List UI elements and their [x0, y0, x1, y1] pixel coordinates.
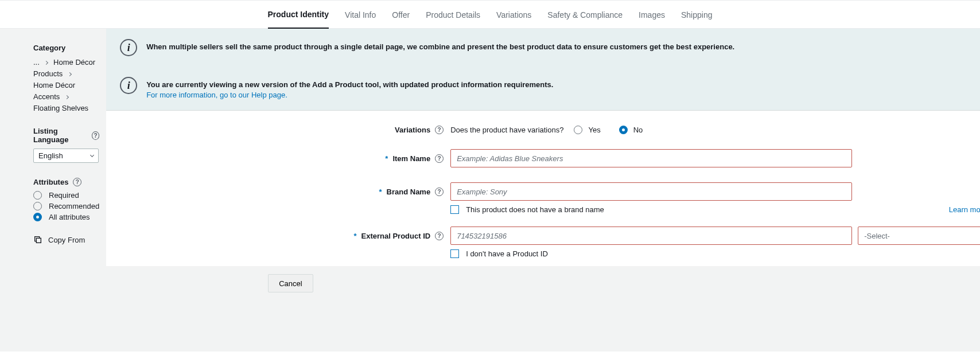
no-product-id-checkbox[interactable] — [450, 249, 459, 258]
info-icon: i — [120, 77, 137, 94]
help-icon[interactable]: ? — [435, 232, 444, 240]
tab-safety-compliance[interactable]: Safety & Compliance — [547, 1, 623, 29]
tab-variations[interactable]: Variations — [496, 1, 531, 29]
tab-images[interactable]: Images — [639, 1, 665, 29]
help-icon[interactable]: ? — [435, 188, 444, 196]
variations-yes-label: Yes — [588, 126, 600, 134]
brand-name-label: Brand Name — [387, 188, 431, 196]
tab-offer[interactable]: Offer — [392, 1, 410, 29]
help-icon[interactable]: ? — [73, 178, 81, 186]
help-icon[interactable]: ? — [435, 126, 444, 134]
listing-language-value: English — [38, 151, 63, 160]
copy-from-label: Copy From — [48, 236, 85, 244]
radio-icon — [574, 126, 582, 134]
help-icon[interactable]: ? — [435, 154, 444, 163]
variations-label: Variations — [395, 126, 430, 134]
brand-policy-link[interactable]: Learn more about brand name policy — [949, 205, 980, 214]
chevron-right-icon — [65, 95, 69, 99]
radio-checked-icon — [619, 126, 628, 134]
chevron-right-icon — [68, 72, 72, 76]
tabs-bar: Product Identity Vital Info Offer Produc… — [0, 0, 980, 29]
chevron-down-icon — [90, 153, 94, 157]
category-heading: Category — [33, 44, 99, 52]
breadcrumb: ... Home Décor Products Home Décor Accen… — [33, 57, 99, 114]
variations-yes[interactable]: Yes — [574, 126, 600, 134]
required-star: * — [385, 154, 388, 163]
external-product-id-type-select[interactable]: -Select- — [858, 227, 980, 245]
tab-product-details[interactable]: Product Details — [426, 1, 480, 29]
cancel-button[interactable]: Cancel — [268, 274, 313, 292]
item-name-input[interactable] — [450, 149, 852, 167]
crumb-floating-shelves: Floating Shelves — [33, 104, 88, 112]
attributes-label: Attributes — [33, 178, 68, 186]
sidebar: Category ... Home Décor Products Home Dé… — [0, 29, 106, 352]
attr-opt-label: Recommended — [49, 202, 99, 210]
required-star: * — [379, 188, 382, 196]
no-brand-checkbox[interactable] — [450, 205, 459, 214]
copy-from-button[interactable]: Copy From — [33, 235, 99, 244]
attr-opt-all[interactable]: All attributes — [33, 213, 99, 221]
attributes-radio-group: Required Recommended All attributes — [33, 191, 99, 221]
radio-icon — [33, 202, 42, 210]
crumb-home-decor-accents[interactable]: Home Décor Accents — [33, 81, 75, 101]
main-panel: i When multiple sellers sell the same pr… — [106, 29, 980, 352]
help-link[interactable]: For more information, go to our Help pag… — [146, 91, 287, 99]
variations-no[interactable]: No — [619, 126, 643, 134]
info-banner-2: i You are currently viewing a new versio… — [106, 67, 980, 110]
radio-checked-icon — [33, 213, 42, 221]
external-product-id-type-value: -Select- — [864, 232, 890, 240]
attr-opt-label: Required — [49, 191, 79, 200]
variations-prompt: Does the product have variations? — [450, 126, 563, 134]
variations-no-label: No — [633, 126, 643, 134]
crumb-home-decor-products[interactable]: Home Décor Products — [33, 58, 95, 78]
attr-opt-required[interactable]: Required — [33, 191, 99, 200]
footer-bar: Cancel Save as draft Continue — [106, 266, 980, 300]
radio-icon — [33, 191, 42, 200]
brand-name-input[interactable] — [450, 182, 852, 201]
tab-product-identity[interactable]: Product Identity — [268, 1, 329, 29]
required-star: * — [353, 232, 356, 240]
attr-opt-recommended[interactable]: Recommended — [33, 202, 99, 210]
external-product-id-label: External Product ID — [361, 232, 431, 240]
item-name-label: Item Name — [392, 154, 430, 163]
external-product-id-input[interactable] — [450, 227, 852, 245]
help-icon[interactable]: ? — [92, 131, 99, 140]
no-product-id-label: I don't have a Product ID — [466, 249, 548, 258]
copy-icon — [33, 235, 42, 244]
listing-language-select[interactable]: English — [33, 149, 99, 163]
chevron-right-icon — [44, 61, 48, 65]
info-banner-1: i When multiple sellers sell the same pr… — [106, 29, 980, 67]
no-brand-label: This product does not have a brand name — [466, 205, 604, 214]
tab-shipping[interactable]: Shipping — [681, 1, 713, 29]
tab-vital-info[interactable]: Vital Info — [345, 1, 376, 29]
svg-rect-0 — [36, 238, 41, 243]
crumb-ellipsis[interactable]: ... — [33, 58, 40, 67]
info-banner-1-text: When multiple sellers sell the same prod… — [146, 39, 980, 52]
attr-opt-label: All attributes — [49, 213, 90, 221]
info-icon: i — [120, 39, 137, 56]
listing-language-label: Listing Language — [33, 127, 87, 144]
info-banner-2-text: You are currently viewing a new version … — [146, 80, 553, 89]
